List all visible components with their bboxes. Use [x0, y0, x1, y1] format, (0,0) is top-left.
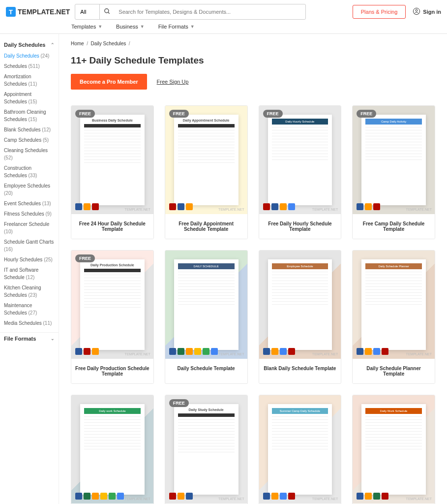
format-icons-row — [169, 493, 193, 500]
format-icons-row — [169, 203, 193, 210]
card-thumbnail: Daily Work Schedule TEMPLATE.NET — [353, 395, 435, 504]
sidebar-item[interactable]: Event Schedules (13) — [0, 198, 59, 209]
sidebar-section-daily-schedules[interactable]: Daily Schedules ⌃ — [0, 39, 59, 51]
format-icon — [100, 493, 107, 500]
sidebar-item-label: Blank Schedules — [4, 127, 41, 132]
format-icon — [92, 493, 99, 500]
card-thumbnail: FREE Daily Production Schedule TEMPLATE.… — [71, 251, 153, 359]
sidebar-item-count: (33) — [28, 173, 37, 178]
format-icon — [373, 493, 380, 500]
sidebar-item-label: Schedules — [4, 63, 27, 69]
card-title: Free Daily Hourly Schedule Template — [259, 214, 341, 239]
format-icon — [169, 348, 176, 355]
watermark: TEMPLATE.NET — [124, 352, 150, 356]
card-thumbnail: FREE Daily Study Schedule TEMPLATE.NET — [165, 395, 247, 504]
format-icon — [280, 493, 287, 500]
sidebar-item[interactable]: Hourly Schedules (25) — [0, 254, 59, 265]
sidebar-item[interactable]: Camp Schedules (5) — [0, 135, 59, 145]
template-preview: Daily Study Schedule — [174, 404, 238, 495]
template-card[interactable]: FREE Camp Daily Activity TEMPLATE.NET Fr… — [352, 105, 435, 239]
format-icon — [194, 348, 201, 355]
template-card[interactable]: DAILY SCHEDULE TEMPLATE.NET Daily Schedu… — [165, 250, 248, 384]
sidebar-item[interactable]: Kitchen Cleaning Schedules (23) — [0, 283, 59, 300]
watermark: TEMPLATE.NET — [312, 352, 338, 356]
template-card[interactable]: FREE Business Daily Schedule TEMPLATE.NE… — [71, 105, 154, 239]
card-title: Daily Schedule Template — [165, 359, 247, 378]
sidebar-item-count: (9) — [46, 211, 52, 217]
template-card[interactable]: Daily work Schedule TEMPLATE.NET Daily W… — [71, 395, 154, 504]
sidebar-item[interactable]: Freelancer Schedule (10) — [0, 219, 59, 237]
format-icon — [186, 348, 193, 355]
sidebar-item[interactable]: Daily Schedules (24) — [0, 51, 59, 61]
free-badge: FREE — [263, 110, 283, 118]
free-signup-link[interactable]: Free Sign Up — [157, 79, 189, 85]
sidebar-item[interactable]: Schedules (511) — [0, 61, 59, 71]
template-card[interactable]: Daily Work Schedule TEMPLATE.NET Restaur… — [352, 395, 435, 504]
nav-templates[interactable]: Templates▼ — [71, 24, 102, 30]
card-title: Daily Schedule Planner Template — [353, 359, 435, 383]
sidebar-item-count: (10) — [4, 229, 13, 234]
nav-label: Business — [116, 24, 138, 30]
card-title: Blank Daily Schedule Template — [259, 359, 341, 378]
logo[interactable]: T TEMPLATE.NET — [6, 7, 70, 17]
template-card[interactable]: Daily Schedule Planner TEMPLATE.NET Dail… — [352, 250, 435, 384]
template-preview: DAILY SCHEDULE — [174, 259, 238, 350]
template-card[interactable]: FREE Daily Appointment Schedule TEMPLATE… — [165, 105, 248, 239]
format-icons-row — [357, 203, 380, 210]
sidebar-item[interactable]: IT and Software Schedule (12) — [0, 265, 59, 283]
format-icon — [75, 493, 82, 500]
sidebar-item[interactable]: Blank Schedules (12) — [0, 125, 59, 135]
template-card[interactable]: Summer Camp Daily Schedule TEMPLATE.NET … — [259, 395, 342, 504]
sidebar-item[interactable]: Amortization Schedules (11) — [0, 71, 59, 89]
search-category-select[interactable]: All — [75, 4, 100, 19]
sidebar-item[interactable]: Bathroom Cleaning Schedules (15) — [0, 107, 59, 125]
sidebar-item-label: Amortization Schedules — [4, 74, 31, 87]
template-card[interactable]: Employee Schedule TEMPLATE.NET Blank Dai… — [259, 250, 342, 384]
card-thumbnail: FREE Camp Daily Activity TEMPLATE.NET — [353, 106, 435, 214]
template-preview: Daily Work Schedule — [361, 404, 426, 495]
sidebar-item-label: Hourly Schedules — [4, 257, 42, 262]
sidebar-item[interactable]: Cleaning Schedules (52) — [0, 145, 59, 163]
sidebar-item-label: Event Schedules — [4, 201, 41, 206]
sidebar-item-count: (23) — [28, 292, 37, 298]
template-card[interactable]: FREE Daily Production Schedule TEMPLATE.… — [71, 250, 154, 384]
sidebar-item[interactable]: Employee Schedules (20) — [0, 181, 59, 198]
sidebar-item[interactable]: Schedule Gantt Charts (16) — [0, 237, 59, 254]
template-preview: Employee Schedule — [268, 259, 332, 350]
sidebar-item[interactable]: Media Schedules (11) — [0, 318, 59, 328]
breadcrumb-current[interactable]: Daily Schedules — [91, 41, 126, 46]
format-icon — [280, 203, 287, 210]
format-icon — [186, 493, 193, 500]
template-card[interactable]: FREE Daily Hourly Schedule TEMPLATE.NET … — [259, 105, 342, 239]
sidebar-item[interactable]: Appointment Schedules (15) — [0, 89, 59, 107]
nav-business[interactable]: Business▼ — [116, 24, 145, 30]
nav-file-formats[interactable]: File Formats▼ — [158, 24, 195, 30]
format-icons-row — [263, 203, 295, 210]
format-icon — [178, 348, 184, 355]
search-input[interactable] — [115, 9, 305, 15]
sidebar-item-label: Media Schedules — [4, 320, 42, 326]
format-icon — [271, 493, 278, 500]
sidebar-item[interactable]: Maintenance Schedules (27) — [0, 300, 59, 318]
watermark: TEMPLATE.NET — [218, 497, 244, 501]
format-icon — [357, 493, 363, 500]
format-icon — [178, 493, 184, 500]
template-card[interactable]: FREE Daily Study Schedule TEMPLATE.NET F… — [165, 395, 248, 504]
sidebar-item[interactable]: Construction Schedules (33) — [0, 163, 59, 181]
search-bar: All — [75, 4, 306, 20]
format-icon — [288, 203, 295, 210]
sidebar-item[interactable]: Fitness Schedules (9) — [0, 209, 59, 219]
become-pro-button[interactable]: Become a Pro Member — [71, 74, 147, 90]
sidebar-item-label: Bathroom Cleaning Schedules — [4, 109, 46, 122]
sidebar-section-file-formats[interactable]: File Formats ⌄ — [0, 332, 59, 345]
free-badge: FREE — [357, 110, 376, 118]
format-icons-row — [357, 493, 388, 500]
sidebar-item-count: (52) — [4, 155, 13, 160]
signin-link[interactable]: Sign in — [413, 7, 441, 16]
sidebar-item-count: (16) — [4, 247, 13, 252]
svg-point-3 — [416, 9, 417, 11]
format-icon — [203, 348, 209, 355]
signin-label: Sign in — [423, 9, 441, 15]
breadcrumb-home[interactable]: Home — [71, 41, 84, 46]
plans-pricing-button[interactable]: Plans & Pricing — [353, 5, 406, 19]
